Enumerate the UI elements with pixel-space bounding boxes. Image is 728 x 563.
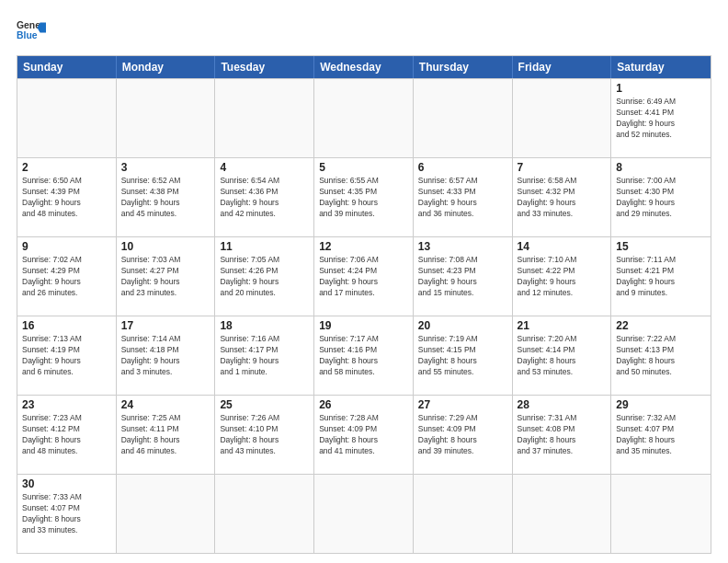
day-number: 9 [22, 240, 111, 253]
calendar-cell: 9Sunrise: 7:02 AM Sunset: 4:29 PM Daylig… [17, 237, 117, 316]
calendar-cell [513, 79, 612, 157]
cell-sun-info: Sunrise: 7:19 AM Sunset: 4:15 PM Dayligh… [418, 334, 507, 378]
cell-sun-info: Sunrise: 7:25 AM Sunset: 4:11 PM Dayligh… [121, 413, 210, 457]
day-number: 16 [22, 319, 111, 332]
calendar-row-4: 23Sunrise: 7:23 AM Sunset: 4:12 PM Dayli… [17, 395, 711, 474]
day-number: 24 [121, 398, 210, 411]
page: General Blue SundayMondayTuesdayWednesda… [0, 0, 728, 563]
calendar-cell [414, 475, 513, 553]
cell-sun-info: Sunrise: 6:58 AM Sunset: 4:32 PM Dayligh… [518, 176, 607, 220]
cell-sun-info: Sunrise: 6:57 AM Sunset: 4:33 PM Dayligh… [418, 176, 507, 220]
cell-sun-info: Sunrise: 7:26 AM Sunset: 4:10 PM Dayligh… [220, 413, 309, 457]
cell-sun-info: Sunrise: 7:20 AM Sunset: 4:14 PM Dayligh… [518, 334, 607, 378]
calendar-cell: 23Sunrise: 7:23 AM Sunset: 4:12 PM Dayli… [17, 396, 117, 474]
day-number: 10 [121, 240, 210, 253]
calendar-cell: 15Sunrise: 7:11 AM Sunset: 4:21 PM Dayli… [611, 237, 711, 316]
calendar-cell: 18Sunrise: 7:16 AM Sunset: 4:17 PM Dayli… [215, 316, 314, 395]
calendar-cell: 5Sunrise: 6:55 AM Sunset: 4:35 PM Daylig… [314, 158, 414, 236]
weekday-header-tuesday: Tuesday [215, 56, 314, 78]
day-number: 15 [616, 240, 706, 253]
calendar-row-1: 2Sunrise: 6:50 AM Sunset: 4:39 PM Daylig… [17, 157, 711, 236]
calendar-cell: 14Sunrise: 7:10 AM Sunset: 4:22 PM Dayli… [513, 237, 612, 316]
calendar-cell: 7Sunrise: 6:58 AM Sunset: 4:32 PM Daylig… [513, 158, 612, 236]
day-number: 1 [616, 82, 706, 95]
day-number: 27 [418, 398, 507, 411]
calendar-cell: 21Sunrise: 7:20 AM Sunset: 4:14 PM Dayli… [513, 316, 612, 395]
calendar-cell [117, 475, 216, 553]
cell-sun-info: Sunrise: 7:00 AM Sunset: 4:30 PM Dayligh… [616, 176, 706, 220]
day-number: 28 [518, 398, 607, 411]
calendar-cell [17, 79, 117, 157]
cell-sun-info: Sunrise: 7:23 AM Sunset: 4:12 PM Dayligh… [22, 413, 111, 457]
calendar-cell: 12Sunrise: 7:06 AM Sunset: 4:24 PM Dayli… [314, 237, 414, 316]
weekday-header-saturday: Saturday [611, 56, 711, 78]
day-number: 19 [319, 319, 408, 332]
cell-sun-info: Sunrise: 7:14 AM Sunset: 4:18 PM Dayligh… [121, 334, 210, 378]
calendar-header: SundayMondayTuesdayWednesdayThursdayFrid… [17, 56, 711, 78]
cell-sun-info: Sunrise: 7:11 AM Sunset: 4:21 PM Dayligh… [616, 255, 706, 299]
calendar-cell: 29Sunrise: 7:32 AM Sunset: 4:07 PM Dayli… [611, 396, 711, 474]
day-number: 18 [220, 319, 309, 332]
calendar-cell: 3Sunrise: 6:52 AM Sunset: 4:38 PM Daylig… [117, 158, 216, 236]
day-number: 23 [22, 398, 111, 411]
calendar-cell: 20Sunrise: 7:19 AM Sunset: 4:15 PM Dayli… [414, 316, 513, 395]
calendar-cell: 6Sunrise: 6:57 AM Sunset: 4:33 PM Daylig… [414, 158, 513, 236]
calendar-cell [611, 475, 711, 553]
day-number: 8 [616, 161, 706, 174]
cell-sun-info: Sunrise: 7:02 AM Sunset: 4:29 PM Dayligh… [22, 255, 111, 299]
calendar-row-2: 9Sunrise: 7:02 AM Sunset: 4:29 PM Daylig… [17, 236, 711, 316]
day-number: 17 [121, 319, 210, 332]
calendar-cell: 1Sunrise: 6:49 AM Sunset: 4:41 PM Daylig… [611, 79, 711, 157]
calendar-cell [314, 475, 414, 553]
day-number: 20 [418, 319, 507, 332]
calendar-cell: 24Sunrise: 7:25 AM Sunset: 4:11 PM Dayli… [117, 396, 216, 474]
calendar-cell [215, 79, 314, 157]
cell-sun-info: Sunrise: 7:05 AM Sunset: 4:26 PM Dayligh… [220, 255, 309, 299]
calendar-cell [513, 475, 612, 553]
day-number: 7 [518, 161, 607, 174]
day-number: 3 [121, 161, 210, 174]
calendar-cell: 30Sunrise: 7:33 AM Sunset: 4:07 PM Dayli… [17, 475, 117, 553]
calendar-cell: 16Sunrise: 7:13 AM Sunset: 4:19 PM Dayli… [17, 316, 117, 395]
day-number: 26 [319, 398, 408, 411]
day-number: 6 [418, 161, 507, 174]
calendar: SundayMondayTuesdayWednesdayThursdayFrid… [17, 55, 711, 554]
day-number: 30 [22, 477, 111, 490]
header: General Blue [17, 17, 711, 46]
calendar-cell [117, 79, 216, 157]
calendar-cell: 25Sunrise: 7:26 AM Sunset: 4:10 PM Dayli… [215, 396, 314, 474]
calendar-cell: 27Sunrise: 7:29 AM Sunset: 4:09 PM Dayli… [414, 396, 513, 474]
calendar-cell [314, 79, 414, 157]
calendar-cell [215, 475, 314, 553]
cell-sun-info: Sunrise: 7:29 AM Sunset: 4:09 PM Dayligh… [418, 413, 507, 457]
cell-sun-info: Sunrise: 7:13 AM Sunset: 4:19 PM Dayligh… [22, 334, 111, 378]
day-number: 13 [418, 240, 507, 253]
calendar-cell: 2Sunrise: 6:50 AM Sunset: 4:39 PM Daylig… [17, 158, 117, 236]
day-number: 25 [220, 398, 309, 411]
day-number: 5 [319, 161, 408, 174]
logo: General Blue [17, 17, 46, 46]
cell-sun-info: Sunrise: 7:32 AM Sunset: 4:07 PM Dayligh… [616, 413, 706, 457]
calendar-cell: 22Sunrise: 7:22 AM Sunset: 4:13 PM Dayli… [611, 316, 711, 395]
cell-sun-info: Sunrise: 7:03 AM Sunset: 4:27 PM Dayligh… [121, 255, 210, 299]
generalblue-logo-icon: General Blue [17, 17, 46, 46]
weekday-header-monday: Monday [117, 56, 216, 78]
day-number: 2 [22, 161, 111, 174]
cell-sun-info: Sunrise: 7:33 AM Sunset: 4:07 PM Dayligh… [22, 492, 111, 536]
calendar-row-5: 30Sunrise: 7:33 AM Sunset: 4:07 PM Dayli… [17, 474, 711, 553]
cell-sun-info: Sunrise: 7:16 AM Sunset: 4:17 PM Dayligh… [220, 334, 309, 378]
cell-sun-info: Sunrise: 7:31 AM Sunset: 4:08 PM Dayligh… [518, 413, 607, 457]
day-number: 4 [220, 161, 309, 174]
calendar-cell: 17Sunrise: 7:14 AM Sunset: 4:18 PM Dayli… [117, 316, 216, 395]
cell-sun-info: Sunrise: 6:50 AM Sunset: 4:39 PM Dayligh… [22, 176, 111, 220]
weekday-header-friday: Friday [513, 56, 612, 78]
svg-text:Blue: Blue [17, 30, 38, 40]
day-number: 22 [616, 319, 706, 332]
day-number: 29 [616, 398, 706, 411]
day-number: 21 [518, 319, 607, 332]
cell-sun-info: Sunrise: 7:17 AM Sunset: 4:16 PM Dayligh… [319, 334, 408, 378]
weekday-header-wednesday: Wednesday [314, 56, 414, 78]
calendar-cell: 26Sunrise: 7:28 AM Sunset: 4:09 PM Dayli… [314, 396, 414, 474]
calendar-cell: 28Sunrise: 7:31 AM Sunset: 4:08 PM Dayli… [513, 396, 612, 474]
calendar-cell [414, 79, 513, 157]
